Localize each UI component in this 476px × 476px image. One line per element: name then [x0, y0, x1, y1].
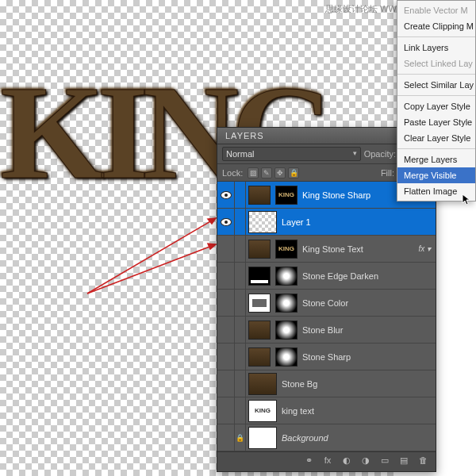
layer-row[interactable]: 🔒Background: [217, 424, 436, 451]
eye-icon: [221, 191, 232, 199]
layer-thumbnail[interactable]: [248, 373, 277, 395]
cursor-icon: [462, 194, 474, 206]
layer-thumbnail[interactable]: [248, 347, 271, 367]
link-col: [235, 209, 246, 235]
link-col: [235, 236, 246, 262]
lock-all-icon[interactable]: 🔒: [288, 167, 299, 178]
layer-thumbnail[interactable]: [275, 267, 298, 286]
lock-icon-group: ▨ ✎ ✥ 🔒: [248, 167, 299, 178]
link-col: [235, 344, 246, 370]
visibility-toggle[interactable]: [217, 344, 235, 370]
group-icon[interactable]: ▭: [377, 455, 393, 468]
link-col: [235, 182, 246, 208]
layer-row[interactable]: Stone Sharp: [217, 344, 436, 370]
menu-item[interactable]: Merge Layers: [397, 152, 475, 167]
lock-label: Lock:: [222, 168, 243, 178]
layers-panel-footer: ⚭ fx ◐ ◑ ▭ ▤ 🗑: [217, 451, 436, 471]
layer-thumbnail[interactable]: [275, 294, 298, 313]
layer-name[interactable]: Stone Blur: [300, 325, 412, 335]
visibility-toggle[interactable]: [217, 263, 235, 289]
layer-name[interactable]: Layer 1: [279, 217, 412, 227]
menu-item[interactable]: Merge Visible: [397, 167, 475, 183]
menu-item[interactable]: Link Layers: [397, 40, 475, 56]
layer-thumbnail[interactable]: KING: [275, 240, 298, 259]
chevron-down-icon: ▾: [353, 149, 357, 159]
link-col: 🔒: [235, 424, 246, 451]
layer-row[interactable]: KINGKing Stone Textfx ▾: [217, 236, 436, 263]
layer-thumbnail[interactable]: [248, 211, 277, 233]
layer-thumbnail[interactable]: [248, 321, 271, 340]
visibility-toggle[interactable]: [217, 290, 235, 316]
visibility-toggle[interactable]: [217, 236, 235, 262]
layer-thumbnail[interactable]: [248, 427, 277, 449]
link-col: [235, 317, 246, 343]
fx-icon[interactable]: fx: [320, 455, 336, 468]
layer-name[interactable]: King Stone Sharp: [300, 190, 412, 200]
visibility-toggle[interactable]: [217, 317, 235, 343]
layer-row[interactable]: KINGking text: [217, 397, 436, 424]
link-col: [235, 397, 246, 424]
layer-thumbnail[interactable]: [275, 347, 298, 367]
adjustment-icon[interactable]: ◑: [358, 455, 374, 468]
layer-thumbnail[interactable]: [248, 186, 271, 205]
menu-item[interactable]: Create Clipping M: [397, 18, 475, 34]
link-col: [235, 263, 246, 289]
link-layers-icon[interactable]: ⚭: [301, 455, 317, 468]
fx-indicator[interactable]: fx ▾: [412, 244, 436, 253]
menu-separator: [397, 74, 475, 75]
layer-list[interactable]: KINGKing Stone SharpLayer 1KINGKing Ston…: [217, 182, 436, 451]
layer-name[interactable]: Stone Bg: [279, 379, 412, 389]
layer-thumbnail[interactable]: KING: [248, 400, 277, 422]
layer-thumbnail[interactable]: [248, 267, 271, 286]
link-col: [235, 370, 246, 397]
blend-mode-value: Normal: [226, 149, 254, 159]
menu-item[interactable]: Clear Layer Style: [397, 130, 475, 146]
layer-thumbnail[interactable]: [248, 294, 271, 313]
layer-name[interactable]: king text: [279, 406, 412, 416]
menu-item[interactable]: Paste Layer Style: [397, 114, 475, 130]
layer-row[interactable]: Layer 1: [217, 209, 436, 236]
layer-row[interactable]: Stone Blur: [217, 317, 436, 344]
layer-name[interactable]: Stone Color: [300, 298, 412, 308]
menu-separator: [397, 148, 475, 149]
visibility-toggle[interactable]: [217, 424, 235, 451]
fill-label: Fill:: [381, 168, 394, 178]
visibility-toggle[interactable]: [217, 209, 235, 235]
menu-separator: [397, 36, 475, 37]
new-layer-icon[interactable]: ▤: [396, 455, 412, 468]
layer-name[interactable]: King Stone Text: [300, 244, 412, 254]
layer-name[interactable]: Stone Sharp: [300, 352, 412, 362]
menu-item: Select Linked Lay: [397, 56, 475, 71]
lock-paint-icon[interactable]: ✎: [261, 167, 272, 178]
mask-icon[interactable]: ◐: [339, 455, 355, 468]
menu-separator: [397, 95, 475, 96]
layer-row[interactable]: Stone Color: [217, 290, 436, 317]
visibility-toggle[interactable]: [217, 397, 235, 424]
visibility-toggle[interactable]: [217, 370, 235, 397]
menu-item[interactable]: Copy Layer Style: [397, 98, 475, 114]
menu-item: Enable Vector M: [397, 2, 475, 18]
layer-thumbnail[interactable]: [248, 240, 271, 259]
layer-row[interactable]: Stone Edge Darken: [217, 263, 436, 290]
menu-item[interactable]: Select Similar Lay: [397, 77, 475, 93]
opacity-label: Opacity:: [364, 149, 396, 159]
layer-row[interactable]: Stone Bg: [217, 370, 436, 397]
eye-icon: [221, 218, 232, 226]
layer-thumbnail[interactable]: [275, 321, 298, 340]
link-col: [235, 290, 246, 316]
layer-context-menu[interactable]: Enable Vector MCreate Clipping MLink Lay…: [397, 0, 476, 202]
layer-name[interactable]: Background: [279, 433, 412, 443]
layer-name[interactable]: Stone Edge Darken: [300, 271, 412, 281]
trash-icon[interactable]: 🗑: [415, 455, 431, 468]
lock-transparency-icon[interactable]: ▨: [248, 167, 259, 178]
blend-mode-dropdown[interactable]: Normal ▾: [222, 147, 361, 161]
layer-thumbnail[interactable]: KING: [275, 186, 298, 205]
lock-move-icon[interactable]: ✥: [274, 167, 286, 178]
visibility-toggle[interactable]: [217, 182, 235, 208]
